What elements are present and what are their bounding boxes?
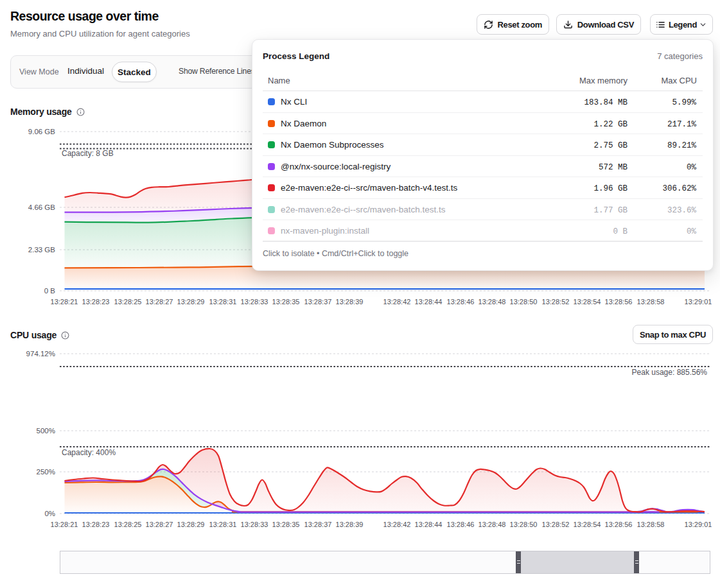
- svg-text:13:28:25: 13:28:25: [114, 521, 142, 528]
- svg-text:974.12%: 974.12%: [26, 350, 55, 358]
- svg-text:13:28:52: 13:28:52: [542, 521, 570, 528]
- svg-text:13:28:33: 13:28:33: [241, 521, 268, 528]
- svg-text:0%: 0%: [44, 510, 55, 517]
- svg-text:Capacity: 8 GB: Capacity: 8 GB: [62, 149, 114, 158]
- svg-text:13:28:37: 13:28:37: [304, 521, 332, 528]
- svg-text:13:28:42: 13:28:42: [383, 521, 411, 528]
- svg-text:13:28:33: 13:28:33: [241, 298, 268, 306]
- svg-text:13:28:29: 13:28:29: [177, 521, 205, 528]
- svg-text:9.06 GB: 9.06 GB: [28, 128, 56, 135]
- svg-text:13:28:48: 13:28:48: [479, 521, 506, 528]
- svg-text:13:28:42: 13:28:42: [383, 298, 411, 306]
- svg-text:13:28:27: 13:28:27: [146, 298, 173, 306]
- svg-text:Peak usage: 885.56%: Peak usage: 885.56%: [632, 368, 708, 377]
- svg-text:13:28:25: 13:28:25: [114, 298, 142, 306]
- svg-text:13:28:31: 13:28:31: [209, 298, 237, 306]
- svg-text:13:28:31: 13:28:31: [209, 521, 237, 528]
- svg-text:13:28:35: 13:28:35: [272, 298, 300, 306]
- svg-text:13:28:52: 13:28:52: [542, 298, 570, 306]
- svg-text:13:28:56: 13:28:56: [605, 298, 633, 306]
- svg-text:13:28:44: 13:28:44: [415, 521, 443, 528]
- svg-text:13:28:39: 13:28:39: [336, 298, 364, 306]
- svg-text:Capacity: 400%: Capacity: 400%: [62, 448, 116, 457]
- svg-text:13:28:37: 13:28:37: [304, 298, 332, 306]
- svg-text:13:28:58: 13:28:58: [637, 298, 665, 306]
- svg-text:13:28:58: 13:28:58: [637, 521, 665, 528]
- svg-text:13:28:46: 13:28:46: [447, 521, 475, 528]
- svg-text:13:28:23: 13:28:23: [82, 298, 110, 306]
- svg-text:13:28:39: 13:28:39: [336, 521, 364, 528]
- svg-text:13:28:54: 13:28:54: [574, 521, 601, 528]
- svg-text:250%: 250%: [37, 468, 55, 476]
- svg-text:13:29:01: 13:29:01: [685, 298, 712, 306]
- svg-text:13:28:35: 13:28:35: [272, 521, 300, 528]
- svg-text:13:28:21: 13:28:21: [51, 521, 78, 528]
- svg-text:13:28:21: 13:28:21: [51, 298, 78, 306]
- svg-text:13:28:56: 13:28:56: [605, 521, 633, 528]
- svg-text:13:28:50: 13:28:50: [510, 298, 538, 306]
- svg-text:13:28:44: 13:28:44: [415, 298, 443, 306]
- svg-text:13:28:54: 13:28:54: [574, 298, 601, 306]
- svg-text:0 B: 0 B: [44, 287, 56, 295]
- svg-text:13:28:29: 13:28:29: [177, 298, 205, 306]
- svg-text:500%: 500%: [37, 427, 55, 435]
- svg-text:13:28:46: 13:28:46: [447, 298, 475, 306]
- svg-text:13:28:27: 13:28:27: [146, 521, 173, 528]
- svg-text:4.66 GB: 4.66 GB: [28, 203, 56, 211]
- svg-text:13:28:50: 13:28:50: [510, 521, 538, 528]
- svg-text:2.33 GB: 2.33 GB: [28, 246, 56, 254]
- svg-text:13:28:23: 13:28:23: [82, 521, 110, 528]
- svg-text:13:29:01: 13:29:01: [685, 521, 712, 528]
- svg-text:13:28:48: 13:28:48: [479, 298, 506, 306]
